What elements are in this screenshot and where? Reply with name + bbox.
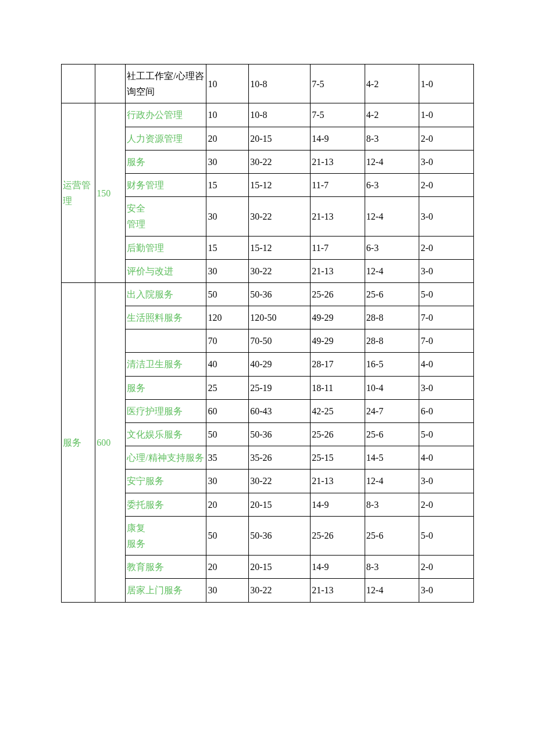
value-cell: 70-50	[249, 329, 311, 353]
value: 1-0	[419, 73, 473, 95]
value-cell: 15-12	[249, 173, 311, 196]
item-name: 医疗护理服务	[126, 400, 206, 422]
value: 14-5	[365, 446, 419, 469]
value: 28-8	[365, 329, 419, 352]
value: 40-29	[249, 353, 310, 375]
item-name: 服务	[126, 151, 206, 173]
value: 21-13	[311, 470, 365, 492]
value-cell: 20	[206, 493, 249, 516]
value: 70-50	[249, 329, 310, 352]
value: 49-29	[311, 329, 365, 352]
value: 25-26	[311, 524, 365, 547]
value-cell: 14-9	[311, 493, 365, 516]
value: 8-3	[365, 493, 419, 516]
item-name-cell: 服务	[126, 150, 206, 173]
value: 21-13	[311, 151, 365, 173]
value-cell: 10-4	[365, 376, 419, 399]
value: 30-22	[249, 579, 310, 601]
value: 4-0	[419, 353, 473, 375]
value-cell: 3-0	[419, 470, 474, 493]
value-cell: 28-8	[365, 306, 419, 329]
value: 20	[206, 556, 248, 578]
value-cell: 25-6	[365, 423, 419, 446]
value-cell: 30-22	[249, 197, 311, 236]
value-cell: 12-4	[365, 579, 419, 602]
value-cell: 30-22	[249, 579, 311, 602]
value-cell: 42-25	[311, 399, 365, 422]
value-cell: 20	[206, 127, 249, 150]
value-cell: 15	[206, 236, 249, 259]
item-name: 生活照料服务	[126, 306, 206, 329]
item-name: 评价与改进	[126, 260, 206, 282]
value: 2-0	[419, 127, 473, 150]
value: 25-26	[311, 423, 365, 446]
value-cell: 49-29	[311, 329, 365, 353]
item-name-cell: 社工工作室/心理咨询空间	[126, 65, 206, 103]
value-cell: 3-0	[419, 259, 474, 282]
value-cell: 25-19	[249, 376, 311, 399]
value: 15-12	[249, 174, 310, 196]
value-cell: 12-4	[365, 259, 419, 282]
value: 12-4	[365, 205, 419, 228]
item-name: 居家上门服务	[126, 579, 206, 601]
category-label: 运营管理	[62, 174, 95, 212]
value: 25-19	[249, 377, 310, 399]
value-cell: 5-0	[419, 516, 474, 555]
item-name: 文化娱乐服务	[126, 423, 206, 446]
item-name-cell: 清洁卫生服务	[126, 353, 206, 376]
table-row: 运营管理150行政办公管理1010-87-54-21-0	[62, 103, 474, 127]
value: 50-36	[249, 524, 310, 547]
value: 5-0	[419, 423, 473, 446]
value-cell: 8-3	[365, 556, 419, 579]
value-cell: 60	[206, 399, 249, 422]
value-cell: 10-8	[249, 103, 311, 127]
value: 30-22	[249, 205, 310, 228]
value: 14-9	[311, 127, 365, 150]
value-cell: 2-0	[419, 173, 474, 196]
value: 14-9	[311, 556, 365, 578]
item-name-cell: 后勤管理	[126, 236, 206, 259]
item-name: 行政办公管理	[126, 103, 206, 126]
value-cell: 12-4	[365, 197, 419, 236]
value-cell: 25-15	[311, 446, 365, 470]
value-cell: 40	[206, 353, 249, 376]
item-name: 出入院服务	[126, 283, 206, 306]
value: 3-0	[419, 579, 473, 601]
value: 30	[206, 260, 248, 282]
value: 16-5	[365, 353, 419, 375]
value: 50-36	[249, 423, 310, 446]
value: 50	[206, 524, 248, 547]
value: 30-22	[249, 470, 310, 492]
value-cell: 5-0	[419, 282, 474, 306]
value-cell: 21-13	[311, 470, 365, 493]
category-label: 服务	[62, 431, 95, 454]
value: 2-0	[419, 237, 473, 259]
value-cell: 18-11	[311, 376, 365, 399]
value-cell: 30	[206, 470, 249, 493]
value: 10	[206, 103, 248, 126]
item-name: 安全管理	[126, 197, 206, 235]
value-cell: 25-6	[365, 282, 419, 306]
item-name: 心理/精神支持服务	[126, 446, 206, 469]
value: 8-3	[365, 556, 419, 578]
item-name-cell	[126, 329, 206, 353]
item-name-cell: 出入院服务	[126, 282, 206, 306]
value: 7-0	[419, 306, 473, 329]
value: 4-2	[365, 73, 419, 95]
value-cell: 10-8	[249, 65, 311, 103]
item-name: 康复服务	[126, 517, 206, 555]
value: 3-0	[419, 260, 473, 282]
value-cell: 70	[206, 329, 249, 353]
value: 12-4	[365, 579, 419, 601]
value-cell: 40-29	[249, 353, 311, 376]
value-cell: 49-29	[311, 306, 365, 329]
value-cell: 7-0	[419, 329, 474, 353]
value-cell: 30-22	[249, 259, 311, 282]
item-name: 人力资源管理	[126, 127, 206, 150]
value-cell: 25-26	[311, 282, 365, 306]
value-cell: 14-5	[365, 446, 419, 470]
value-cell: 4-2	[365, 103, 419, 127]
value: 6-0	[419, 400, 473, 422]
value-cell: 60-43	[249, 399, 311, 422]
value: 40	[206, 353, 248, 375]
